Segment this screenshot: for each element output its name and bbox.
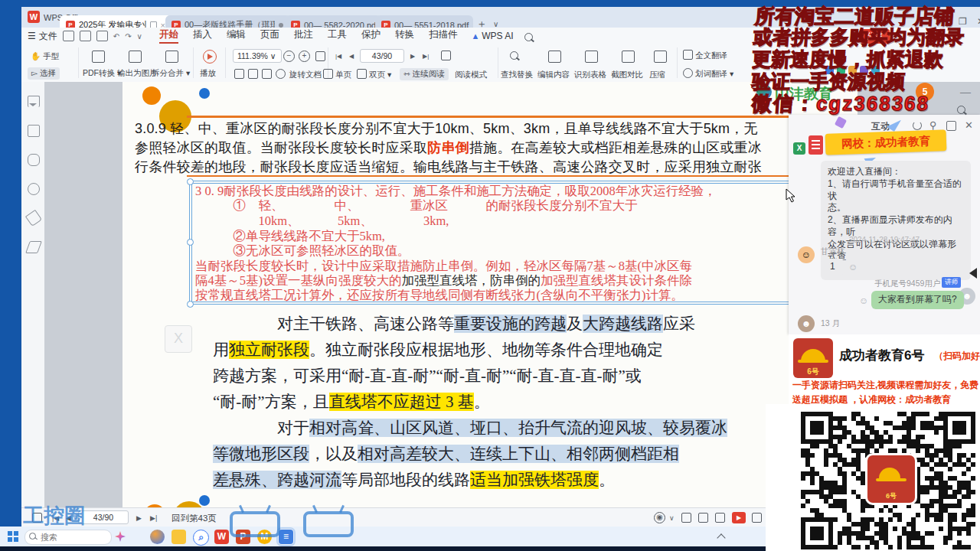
search-icon[interactable]: [524, 31, 535, 41]
annotation-handle[interactable]: [187, 301, 194, 308]
compress-button[interactable]: 压缩: [649, 70, 665, 80]
fit-height-icon[interactable]: [248, 69, 258, 79]
pdf-convert-icon: [92, 51, 105, 63]
back-to-page-button[interactable]: 回到第43页: [172, 513, 217, 524]
annotation-handle[interactable]: [187, 239, 194, 246]
zoom-out-icon[interactable]: −: [283, 51, 295, 62]
screenshot-compare-button[interactable]: 截图对比: [611, 70, 643, 80]
menu-comment[interactable]: 批注: [294, 28, 313, 44]
taskbar-search-app-icon[interactable]: ⌕: [193, 530, 209, 546]
qr-center-logo: 6号: [865, 453, 917, 505]
refresh-icon[interactable]: [913, 121, 922, 130]
taskbar-search-input[interactable]: [24, 530, 112, 545]
taskbar-wps-icon[interactable]: W: [214, 530, 229, 544]
zoom-level-select[interactable]: 111.39% ∨: [233, 49, 282, 63]
find-replace-icon: [510, 51, 518, 60]
fit-page-icon[interactable]: [698, 513, 708, 523]
lecturer-badge: 讲师: [942, 277, 961, 288]
last-page-icon[interactable]: ▶|: [423, 53, 429, 60]
popout-icon[interactable]: [946, 121, 956, 131]
select-tool-button[interactable]: ▻ 选择: [28, 67, 60, 80]
annotation-line: 当耐张段长度较长时，设计中应采取措施防止串倒。例如，轻冰区每隔7基～8基(中冰区…: [195, 259, 692, 274]
fit-width-icon[interactable]: [681, 513, 691, 523]
pin-icon[interactable]: [279, 23, 283, 28]
heading-line: 行条件较差的地段，耐张段长度应适当缩短。输电线路与主干铁路、高速公路交叉时，应采…: [135, 158, 762, 176]
bookmark-icon[interactable]: [28, 96, 40, 107]
actual-size-icon[interactable]: [262, 69, 272, 79]
signature-pen-icon[interactable]: [25, 210, 42, 227]
menu-insert[interactable]: 插入: [193, 28, 212, 44]
view-mode-icon[interactable]: ◉: [654, 512, 665, 523]
first-page-icon[interactable]: |◀: [335, 53, 341, 60]
double-page-button[interactable]: 双页 ▾: [369, 70, 391, 80]
autoplay-button[interactable]: ▶: [732, 512, 746, 523]
more-chevron-icon[interactable]: ∨: [137, 32, 142, 41]
page-number-input[interactable]: [360, 49, 404, 63]
read-mode-button[interactable]: 阅读模式: [455, 70, 487, 80]
taskbar-doc-app-icon-active[interactable]: ≡: [279, 530, 293, 544]
menu-protect[interactable]: 保护: [361, 28, 381, 44]
play-button[interactable]: 播放: [200, 68, 216, 79]
menu-home[interactable]: 开始: [159, 28, 178, 44]
fullscreen-icon[interactable]: [752, 513, 762, 523]
thumbnail-icon[interactable]: [28, 125, 40, 137]
redo-icon[interactable]: ↷: [125, 32, 131, 41]
zoom-in-icon[interactable]: +: [299, 51, 310, 62]
panel-collapse-handle[interactable]: [969, 268, 977, 279]
taskbar-app-browser-icon[interactable]: [150, 530, 165, 544]
close-button[interactable]: ✕: [977, 16, 980, 27]
deco-circle-orange: [142, 86, 161, 105]
chat-close-icon[interactable]: ✕: [965, 119, 973, 131]
menu-page[interactable]: 页面: [260, 28, 279, 44]
next-page-icon[interactable]: ▶: [410, 53, 415, 60]
taskbar-file-explorer-icon[interactable]: [172, 530, 186, 544]
annotation-line: 10km、 5km、 3km,: [195, 214, 449, 229]
edit-content-button[interactable]: 编辑内容: [537, 70, 570, 80]
bilibili-tv-icon: [303, 511, 354, 537]
menu-edit[interactable]: 编辑: [227, 28, 246, 44]
copilot-sparkle-icon[interactable]: [115, 531, 126, 542]
hidden-icons-chevron[interactable]: [717, 533, 725, 542]
continuous-read-button[interactable]: ⇿ 连续阅读: [400, 68, 449, 80]
translate-word-button[interactable]: 划词翻译 ▾: [695, 69, 733, 80]
play-icon[interactable]: [203, 50, 217, 64]
comment-icon[interactable]: [28, 154, 40, 166]
save-icon[interactable]: [80, 31, 91, 41]
rotate-doc-button[interactable]: 旋转文档: [289, 70, 322, 80]
avatar: ☻: [798, 315, 815, 332]
find-replace-button[interactable]: 查找替换: [501, 70, 533, 80]
fit-page-icon[interactable]: [315, 51, 325, 61]
single-page-button[interactable]: 单页: [335, 70, 351, 80]
next-page-icon[interactable]: ▶: [136, 514, 142, 522]
undo-icon[interactable]: ↶: [113, 32, 119, 41]
heading-line: 3.0.9 轻、中、重冰区的耐张段长度分别不宜大于10km、5km、3km，且单…: [135, 119, 758, 138]
promo-account-name: 成功者教育6号: [839, 347, 924, 364]
view-chevron-icon[interactable]: ∨: [669, 514, 675, 522]
attachment-icon[interactable]: [28, 183, 40, 195]
detect-table-button[interactable]: 识别表格: [574, 70, 606, 80]
open-icon[interactable]: [63, 31, 74, 41]
deco-circle-blue: [199, 88, 210, 99]
pdf-convert-button[interactable]: PDF转换 ▾: [83, 68, 121, 79]
status-page-input[interactable]: [78, 510, 129, 524]
menu-convert[interactable]: 转换: [395, 28, 414, 44]
screen: W WPS Office P 2025年 发输电专业-入门班-… × P 00—…: [0, 0, 980, 551]
fit-width-icon[interactable]: [234, 69, 244, 79]
hand-tool-button[interactable]: ✋ 手型: [31, 51, 59, 62]
last-page-icon[interactable]: ▶|: [150, 514, 157, 522]
side-search-icon[interactable]: [957, 106, 965, 114]
prev-page-icon[interactable]: ◀: [349, 53, 354, 60]
start-button[interactable]: [8, 531, 18, 542]
wps-ai-menu[interactable]: ▲WPS AI: [471, 31, 513, 41]
file-menu[interactable]: ☰文件: [28, 30, 57, 43]
annotation-handle[interactable]: [187, 178, 194, 185]
translate-full-button[interactable]: 全文翻译: [695, 51, 727, 61]
menu-tools[interactable]: 工具: [328, 28, 347, 44]
menu-scan[interactable]: 扫描件: [429, 28, 458, 44]
split-merge-button[interactable]: 拆分合并 ▾: [152, 68, 190, 79]
layers-icon[interactable]: [25, 241, 42, 253]
print-icon[interactable]: [96, 31, 108, 41]
collapse-minus-icon[interactable]: —: [960, 86, 971, 98]
rotate-icon[interactable]: [276, 69, 286, 79]
two-page-icon[interactable]: [715, 513, 725, 523]
